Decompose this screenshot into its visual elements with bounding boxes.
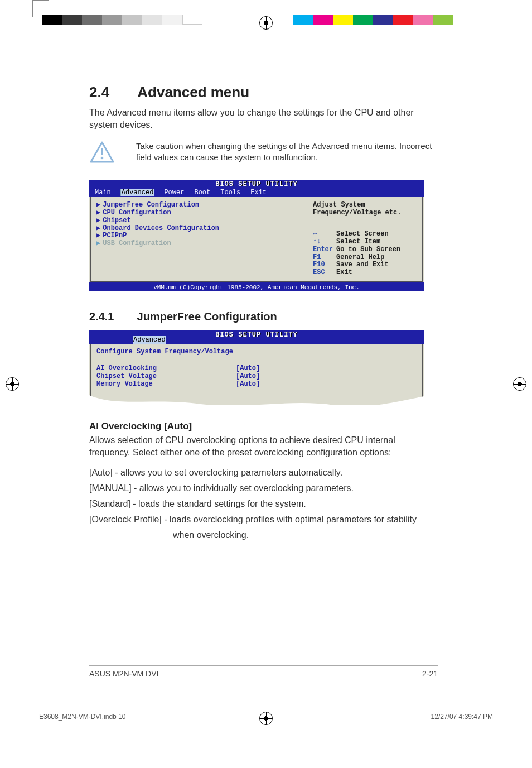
section-title: Advanced menu	[137, 84, 249, 100]
caution-block: Take caution when changing the settings …	[89, 141, 438, 170]
footer-page-number: 2-21	[422, 669, 438, 678]
bios-tab-main: Main	[95, 189, 111, 196]
option-row: [Overclock Profile] - loads overclocking…	[89, 513, 438, 526]
bios-key-legend: ↔Select Screen ↑↓Select Item EnterGo to …	[313, 231, 418, 277]
caution-icon	[89, 141, 119, 164]
bios-tab-tools: Tools	[220, 189, 240, 196]
option-description: Allows selection of CPU overclocking opt…	[89, 434, 438, 458]
bios-menu-item: ▶CPU Configuration	[96, 209, 302, 217]
page-footer: ASUS M2N-VM DVI 2-21	[89, 665, 438, 678]
bios-tab-exit: Exit	[250, 189, 267, 196]
bios-setting-row: AI Overclocking[Auto]	[96, 364, 311, 372]
bios-setting-row: Chipset Voltage[Auto]	[96, 372, 311, 380]
imposition-timestamp: 12/27/07 4:39:47 PM	[431, 713, 493, 721]
registration-mark-left-icon	[6, 377, 19, 391]
option-row: [Auto] - allows you to set overclocking …	[89, 466, 438, 479]
registration-mark-icon	[259, 16, 273, 30]
subsection-number: 2.4.1	[89, 310, 134, 323]
bios-screenshot-advanced: BIOS SETUP UTILITY Main Advanced Power B…	[89, 180, 424, 291]
imposition-filename: E3608_M2N-VM-DVI.indb 10	[39, 713, 125, 721]
intro-paragraph: The Advanced menu items allow you to cha…	[89, 107, 438, 131]
bios-tab-advanced: Advanced	[133, 336, 166, 344]
option-heading: AI Overclocking [Auto]	[89, 421, 438, 432]
registration-mark-right-icon	[513, 377, 526, 391]
option-row-continuation: when overclocking.	[89, 529, 438, 542]
bios-setting-row: Memory Voltage[Auto]	[96, 380, 311, 388]
bios-title: BIOS SETUP UTILITY	[89, 180, 424, 188]
color-bar-right	[293, 15, 453, 25]
bios-tab-power: Power	[164, 189, 184, 196]
option-row: [Standard] - loads the standard settings…	[89, 497, 438, 511]
svg-rect-0	[101, 148, 103, 155]
crop-mark-icon	[32, 0, 49, 17]
section-heading: 2.4 Advanced menu	[89, 84, 438, 101]
color-bar-left	[42, 15, 202, 25]
imposition-footer: E3608_M2N-VM-DVI.indb 10 12/27/07 4:39:4…	[39, 713, 493, 721]
bios-menu-item: ▶Chipset	[96, 217, 302, 225]
caution-text: Take caution when changing the settings …	[119, 141, 438, 164]
bios-tab-advanced: Advanced	[121, 189, 154, 196]
svg-point-1	[101, 157, 104, 160]
bios-menu-item-dim: ▶USB Configuration	[96, 240, 302, 248]
footer-product: ASUS M2N-VM DVI	[89, 669, 158, 678]
subsection-title: JumperFree Configuration	[137, 310, 277, 323]
option-row: [MANUAL] - allows you to individually se…	[89, 482, 438, 495]
section-number: 2.4	[89, 84, 134, 101]
bios-tab-boot: Boot	[194, 189, 210, 196]
bios-panel-header: Configure System Frequency/Voltage	[96, 348, 311, 356]
print-marks-top	[0, 15, 532, 31]
bios-tabs: Main Advanced Power Boot Tools Exit	[95, 189, 267, 196]
bios-menu-list: ▶JumperFree Configuration ▶CPU Configura…	[90, 197, 308, 282]
bios-screenshot-jumperfree: BIOS SETUP UTILITY Advanced Configure Sy…	[89, 330, 424, 405]
bios-menu-item: ▶JumperFree Configuration	[96, 201, 302, 209]
bios-menu-item: ▶PCIPnP	[96, 232, 302, 240]
bios-menu-item: ▶Onboard Devices Configuration	[96, 225, 302, 233]
bios-help-text: Adjust System Frequency/Voltage etc.	[313, 201, 418, 217]
option-list: [Auto] - allows you to set overclocking …	[89, 466, 438, 542]
subsection-heading: 2.4.1 JumperFree Configuration	[89, 310, 438, 323]
bios-copyright: vMM.mm (C)Copyright 1985-2002, American …	[89, 284, 424, 291]
